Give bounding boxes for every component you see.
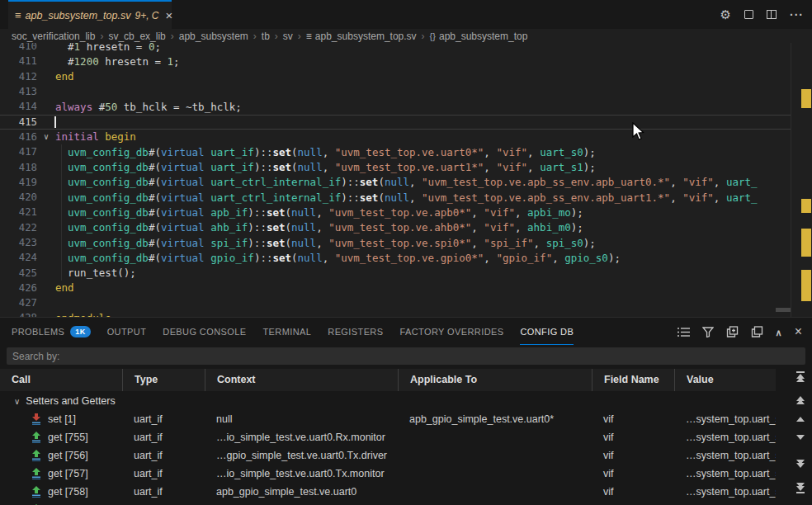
scroll-top-icon[interactable]: [795, 371, 806, 382]
breadcrumb-item[interactable]: sv_cb_ex_lib: [108, 31, 165, 42]
table-cell: null: [205, 410, 398, 428]
line-number: 413: [0, 86, 37, 97]
panel-tab-registers[interactable]: REGISTERS: [328, 319, 383, 345]
table-cell: apb_gpio_simple_test.ve.uart0: [205, 483, 398, 501]
horizontal-scrollbar[interactable]: [776, 308, 791, 312]
overview-ruler[interactable]: [791, 43, 812, 317]
code-line[interactable]: 426end: [0, 281, 791, 295]
table-row[interactable]: get [756]uart_if…gpio_simple_test.ve.uar…: [0, 446, 776, 465]
code-line[interactable]: 412end: [0, 69, 791, 84]
code-line[interactable]: 416∨initial begin: [0, 130, 791, 144]
split-editor-icon[interactable]: [767, 10, 777, 19]
panel-tab-terminal[interactable]: TERMINAL: [262, 319, 311, 345]
table-cell: …system_top.uart_s0: [674, 410, 776, 428]
line-number: 417: [0, 146, 37, 158]
column-header[interactable]: Type: [122, 369, 205, 391]
code-line[interactable]: 411 #1200 hresetn = 1;: [0, 54, 791, 68]
table-cell: [398, 465, 592, 483]
table-group-row[interactable]: ∨Setters and Getters: [0, 392, 776, 410]
column-header[interactable]: Context: [205, 369, 398, 391]
close-panel-icon[interactable]: ×: [795, 325, 802, 338]
code-text: initial begin: [55, 130, 791, 143]
line-number: 415: [0, 116, 37, 128]
copy-icon[interactable]: [751, 326, 763, 337]
table-row[interactable]: [0, 501, 776, 505]
breadcrumb-item[interactable]: tb: [262, 31, 270, 42]
page-up-icon[interactable]: [795, 396, 806, 404]
table-cell: …io_simple_test.ve.uart0.Tx.monitor: [205, 465, 398, 483]
filter-icon[interactable]: [702, 327, 714, 337]
breadcrumb-item[interactable]: soc_verification_lib: [12, 31, 95, 42]
code-text: uvm_config_db#(virtual uart_ctrl_interna…: [55, 191, 791, 204]
tab-apb-subsystem-top[interactable]: ≡ apb_subsystem_top.sv 9+, C ×: [8, 0, 172, 29]
table-body: ∨Setters and Gettersset [1]uart_ifnullap…: [0, 392, 776, 505]
breadcrumb-item[interactable]: ≡apb_subsystem_top.sv: [306, 31, 417, 42]
table-cell: uart_if: [122, 483, 205, 501]
line-number: 426: [0, 282, 37, 294]
code-line[interactable]: 420 uvm_config_db#(virtual uart_ctrl_int…: [0, 190, 791, 205]
panel-tab-factory-overrides[interactable]: FACTORY OVERRIDES: [399, 319, 503, 345]
table-row[interactable]: get [755]uart_if…io_simple_test.ve.uart0…: [0, 428, 776, 446]
code-line[interactable]: 427: [0, 295, 791, 310]
code-line[interactable]: 415: [0, 114, 791, 129]
tab-filename: apb_subsystem_top.sv: [26, 10, 131, 21]
column-header[interactable]: Field Name: [592, 369, 674, 391]
new-instance-icon[interactable]: [726, 326, 739, 337]
table-row[interactable]: get [757]uart_if…io_simple_test.ve.uart0…: [0, 465, 776, 483]
code-editor[interactable]: 410 #1 hresetn = 0;411 #1200 hresetn = 1…: [0, 43, 812, 317]
breadcrumb-separator: ›: [422, 31, 425, 42]
panel-tab-debug-console[interactable]: DEBUG CONSOLE: [163, 319, 246, 345]
table-cell: [122, 501, 205, 505]
code-text: always #50 tb_hclk = ~tb_hclk;: [55, 101, 791, 113]
table-cell: vif: [592, 446, 674, 465]
code-line[interactable]: 423 uvm_config_db#(virtual spi_if)::set(…: [0, 235, 791, 250]
fold-chevron-icon[interactable]: ∨: [37, 132, 55, 141]
column-header[interactable]: Applicable To: [398, 369, 592, 391]
code-text: uvm_config_db#(virtual apb_if)::set(null…: [55, 206, 791, 219]
breadcrumb-item[interactable]: {}apb_subsystem_top: [430, 31, 528, 42]
table-cell: …io_simple_test.ve.uart0.Rx.monitor: [205, 428, 398, 446]
line-number: 423: [0, 237, 37, 248]
more-actions-icon[interactable]: ···: [790, 8, 804, 21]
tab-close-icon[interactable]: ×: [165, 9, 172, 21]
code-line[interactable]: 428endmodule: [0, 310, 791, 317]
code-line[interactable]: 419 uvm_config_db#(virtual uart_ctrl_int…: [0, 175, 791, 190]
page-down-icon[interactable]: [795, 460, 806, 468]
code-line[interactable]: 421 uvm_config_db#(virtual apb_if)::set(…: [0, 205, 791, 219]
table-row[interactable]: get [758]uart_ifapb_gpio_simple_test.ve.…: [0, 483, 776, 501]
line-up-icon[interactable]: [795, 417, 806, 422]
panel-tab-problems[interactable]: PROBLEMS1K: [12, 319, 91, 345]
table-cell: [398, 501, 592, 505]
code-line[interactable]: 410 #1 hresetn = 0;: [0, 43, 791, 54]
code-text: uvm_config_db#(virtual uart_if)::set(nul…: [55, 146, 791, 158]
panel-tab-config-db[interactable]: CONFIG DB: [520, 319, 574, 345]
code-line[interactable]: 418 uvm_config_db#(virtual uart_if)::set…: [0, 159, 791, 174]
indent-guide: [61, 144, 62, 281]
breadcrumb-item[interactable]: sv: [283, 31, 293, 42]
table-row[interactable]: set [1]uart_ifnullapb_gpio_simple_test.v…: [0, 410, 776, 428]
code-line[interactable]: 422 uvm_config_db#(virtual ahb_if)::set(…: [0, 220, 791, 235]
breadcrumb-item[interactable]: apb_subsystem: [179, 31, 248, 42]
gear-icon[interactable]: ⚙: [720, 7, 731, 22]
scroll-bottom-icon[interactable]: [795, 483, 806, 493]
maximize-panel-icon[interactable]: ∧: [776, 328, 782, 338]
search-bar[interactable]: [7, 347, 805, 365]
tab-suffix: 9+, C: [135, 10, 158, 21]
view-list-icon[interactable]: [677, 327, 690, 337]
code-line[interactable]: 413: [0, 84, 791, 99]
search-input[interactable]: [7, 351, 805, 362]
square-icon[interactable]: [744, 10, 753, 19]
code-line[interactable]: 414always #50 tb_hclk = ~tb_hclk;: [0, 99, 791, 114]
code-line[interactable]: 417 uvm_config_db#(virtual uart_if)::set…: [0, 144, 791, 159]
panel-tab-output[interactable]: OUTPUT: [107, 319, 147, 345]
editor-tab-bar: ≡ apb_subsystem_top.sv 9+, C × ⚙ ···: [0, 0, 812, 29]
line-down-icon[interactable]: [795, 435, 806, 440]
chevron-down-icon[interactable]: ∨: [14, 397, 20, 406]
line-number: 416: [0, 131, 37, 143]
ruler-mark: [801, 199, 811, 213]
get-icon: [31, 486, 42, 498]
column-header[interactable]: Call: [0, 369, 122, 391]
column-header[interactable]: Value: [674, 369, 776, 391]
code-line[interactable]: 424 uvm_config_db#(virtual gpio_if)::set…: [0, 250, 791, 265]
code-line[interactable]: 425 run_test();: [0, 265, 791, 280]
